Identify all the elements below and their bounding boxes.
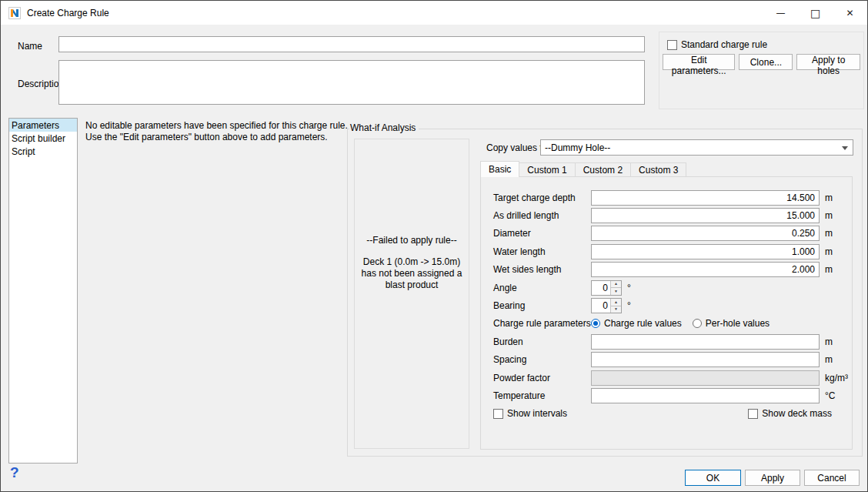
target-charge-depth-label: Target charge depth: [493, 192, 591, 203]
name-label: Name: [18, 41, 42, 52]
help-icon[interactable]: ?: [10, 464, 19, 481]
water-length-label: Water length: [493, 246, 591, 257]
spacing-input[interactable]: [591, 352, 820, 367]
standard-charge-rule-label: Standard charge rule: [681, 39, 767, 50]
app-icon: [8, 7, 21, 19]
burden-label: Burden: [493, 336, 591, 347]
as-drilled-length-unit: m: [825, 210, 833, 221]
show-intervals-checkbox[interactable]: [493, 409, 503, 419]
as-drilled-length-label: As drilled length: [493, 210, 591, 221]
create-charge-rule-dialog: Create Charge Rule — □ ✕ Name Descriptio…: [0, 0, 868, 492]
target-charge-depth-input[interactable]: [591, 190, 820, 206]
window-controls: — □ ✕: [763, 1, 867, 25]
field-row-angle: Angle ▲ ▼ °: [481, 279, 852, 296]
apply-to-holes-button[interactable]: Apply to holes: [796, 54, 860, 70]
bearing-spin-down-button[interactable]: ▼: [611, 306, 621, 313]
rule-status-line1: --Failed to apply rule--: [366, 235, 456, 246]
as-drilled-length-input[interactable]: [591, 208, 820, 223]
field-row-spacing: Spacing m: [481, 351, 852, 369]
spinner-down-icon: ▼: [614, 306, 618, 311]
what-if-tabs: Basic Custom 1 Custom 2 Custom 3: [480, 161, 686, 177]
close-icon: ✕: [846, 8, 853, 18]
tab-custom-3[interactable]: Custom 3: [630, 162, 686, 177]
clone-button[interactable]: Clone...: [739, 54, 793, 70]
target-charge-depth-unit: m: [825, 192, 833, 203]
show-deck-mass-checkbox[interactable]: [748, 409, 758, 419]
bearing-spin-up-button[interactable]: ▲: [611, 299, 621, 306]
tab-custom-2[interactable]: Custom 2: [575, 162, 631, 177]
per-hole-values-label: Per-hole values: [706, 318, 770, 329]
description-input[interactable]: [58, 60, 645, 105]
field-row-wet-sides-length: Wet sides length m: [481, 261, 852, 279]
field-row-show-options: Show intervals Show deck mass: [481, 405, 852, 423]
burden-unit: m: [825, 336, 833, 347]
field-row-water-length: Water length m: [481, 243, 852, 260]
per-hole-values-radio[interactable]: [693, 319, 702, 328]
maximize-button[interactable]: □: [798, 1, 833, 25]
tab-basic[interactable]: Basic: [480, 161, 519, 177]
parameters-message-line1: No editable parameters have been specifi…: [85, 120, 348, 131]
apply-button[interactable]: Apply: [745, 470, 800, 486]
minimize-button[interactable]: —: [763, 1, 798, 25]
dialog-buttons: OK Apply Cancel: [685, 470, 860, 486]
angle-label: Angle: [493, 283, 591, 293]
tab-custom-1[interactable]: Custom 1: [519, 162, 575, 177]
what-if-analysis-group: What-if Analysis --Failed to apply rule-…: [347, 129, 863, 457]
show-deck-mass-option: Show deck mass: [748, 408, 832, 419]
rule-actions-group: Standard charge rule Edit parameters... …: [659, 32, 864, 109]
description-label: Description: [18, 79, 64, 89]
temperature-input[interactable]: [591, 388, 820, 403]
minimize-icon: —: [776, 8, 786, 18]
sidebar-list: Parameters Script builder Script: [8, 118, 78, 464]
sidebar-item-parameters[interactable]: Parameters: [9, 119, 77, 132]
angle-stepper: ▲ ▼: [591, 280, 622, 296]
ok-button[interactable]: OK: [685, 470, 741, 486]
field-row-diameter: Diameter m: [481, 225, 852, 243]
angle-input[interactable]: [592, 281, 610, 295]
spacing-unit: m: [825, 354, 833, 365]
diameter-input[interactable]: [591, 226, 820, 241]
copy-values-from-dropdown[interactable]: --Dummy Hole--: [540, 139, 853, 156]
cancel-button[interactable]: Cancel: [804, 470, 860, 486]
angle-spin-up-button[interactable]: ▲: [611, 281, 621, 289]
name-input[interactable]: [58, 36, 645, 52]
show-intervals-label: Show intervals: [507, 408, 567, 419]
charge-rule-values-radio[interactable]: [591, 319, 600, 328]
diameter-unit: m: [825, 228, 833, 239]
rule-status-line2: Deck 1 (0.0m -> 15.0m) has not been assi…: [361, 256, 462, 291]
sidebar-item-script-builder[interactable]: Script builder: [9, 132, 77, 145]
bearing-stepper: ▲ ▼: [591, 298, 622, 313]
powder-factor-unit: kg/m³: [825, 373, 848, 383]
angle-unit: °: [627, 283, 631, 293]
bearing-input[interactable]: [592, 299, 610, 313]
wet-sides-length-unit: m: [825, 264, 833, 275]
angle-spin-down-button[interactable]: ▼: [611, 288, 621, 295]
wet-sides-length-input[interactable]: [591, 262, 820, 277]
standard-charge-rule-checkbox[interactable]: [667, 40, 677, 50]
edit-parameters-button[interactable]: Edit parameters...: [663, 54, 735, 70]
water-length-input[interactable]: [591, 244, 820, 259]
charge-rule-values-option: Charge rule values: [591, 318, 682, 329]
close-button[interactable]: ✕: [833, 1, 867, 25]
rule-action-buttons: Edit parameters... Clone... Apply to hol…: [663, 54, 860, 70]
field-row-bearing: Bearing ▲ ▼ °: [481, 296, 852, 314]
field-row-powder-factor: Powder factor kg/m³: [481, 369, 852, 387]
field-row-as-drilled-length: As drilled length m: [481, 206, 852, 224]
tab-panel-basic: Target charge depth m As drilled length …: [480, 176, 853, 450]
field-row-target-charge-depth: Target charge depth m: [481, 189, 852, 206]
burden-input[interactable]: [591, 334, 820, 350]
powder-factor-label: Powder factor: [493, 373, 591, 383]
temperature-unit: °C: [825, 390, 835, 401]
per-hole-values-option: Per-hole values: [693, 318, 770, 329]
powder-factor-input: [591, 370, 820, 386]
show-deck-mass-label: Show deck mass: [762, 408, 832, 419]
spinner-up-icon: ▲: [614, 281, 618, 286]
charge-rule-values-label: Charge rule values: [604, 318, 682, 329]
what-if-analysis-title: What-if Analysis: [349, 122, 419, 133]
window-title: Create Charge Rule: [27, 8, 109, 18]
wet-sides-length-label: Wet sides length: [493, 264, 591, 275]
bearing-label: Bearing: [493, 300, 591, 311]
temperature-label: Temperature: [493, 390, 591, 401]
field-row-temperature: Temperature °C: [481, 387, 852, 404]
sidebar-item-script[interactable]: Script: [9, 145, 77, 158]
